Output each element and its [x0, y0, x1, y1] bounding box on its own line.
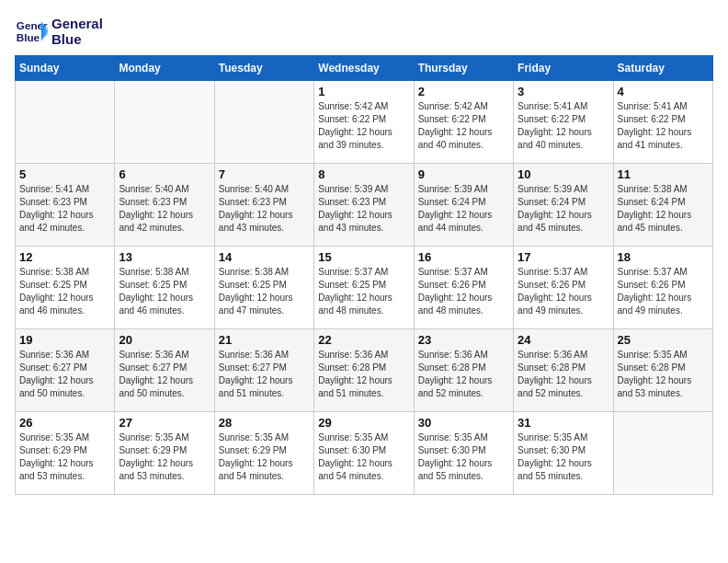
calendar-cell: 8Sunrise: 5:39 AM Sunset: 6:23 PM Daylig… — [314, 164, 414, 247]
day-number: 5 — [19, 167, 110, 181]
day-number: 27 — [119, 416, 210, 430]
day-info: Sunrise: 5:37 AM Sunset: 6:26 PM Dayligh… — [518, 266, 609, 317]
week-row-5: 26Sunrise: 5:35 AM Sunset: 6:29 PM Dayli… — [16, 412, 713, 495]
day-number: 17 — [518, 250, 609, 264]
day-number: 8 — [318, 167, 409, 181]
day-info: Sunrise: 5:41 AM Sunset: 6:22 PM Dayligh… — [518, 100, 609, 152]
day-info: Sunrise: 5:38 AM Sunset: 6:25 PM Dayligh… — [119, 266, 210, 317]
calendar-cell: 31Sunrise: 5:35 AM Sunset: 6:30 PM Dayli… — [514, 412, 613, 495]
day-info: Sunrise: 5:39 AM Sunset: 6:24 PM Dayligh… — [518, 183, 609, 235]
day-number: 13 — [119, 250, 210, 264]
header-cell-friday: Friday — [514, 56, 613, 81]
day-info: Sunrise: 5:35 AM Sunset: 6:30 PM Dayligh… — [418, 431, 509, 483]
day-number: 15 — [318, 250, 409, 264]
calendar-cell: 26Sunrise: 5:35 AM Sunset: 6:29 PM Dayli… — [16, 412, 115, 495]
calendar-cell: 15Sunrise: 5:37 AM Sunset: 6:25 PM Dayli… — [314, 247, 414, 329]
day-number: 6 — [119, 167, 210, 181]
calendar-cell: 30Sunrise: 5:35 AM Sunset: 6:30 PM Dayli… — [414, 412, 513, 495]
day-info: Sunrise: 5:41 AM Sunset: 6:23 PM Dayligh… — [19, 183, 110, 235]
header-cell-monday: Monday — [115, 56, 214, 81]
calendar-cell — [214, 81, 313, 164]
header-cell-wednesday: Wednesday — [314, 56, 414, 81]
calendar-cell: 18Sunrise: 5:37 AM Sunset: 6:26 PM Dayli… — [613, 247, 712, 329]
calendar-cell: 7Sunrise: 5:40 AM Sunset: 6:23 PM Daylig… — [214, 164, 313, 247]
week-row-3: 12Sunrise: 5:38 AM Sunset: 6:25 PM Dayli… — [16, 247, 713, 329]
calendar-cell: 22Sunrise: 5:36 AM Sunset: 6:28 PM Dayli… — [314, 329, 414, 412]
day-number: 19 — [19, 333, 110, 347]
day-info: Sunrise: 5:37 AM Sunset: 6:25 PM Dayligh… — [318, 266, 409, 317]
day-info: Sunrise: 5:37 AM Sunset: 6:26 PM Dayligh… — [618, 266, 709, 317]
calendar-cell — [613, 412, 712, 495]
day-info: Sunrise: 5:35 AM Sunset: 6:29 PM Dayligh… — [119, 431, 210, 483]
week-row-2: 5Sunrise: 5:41 AM Sunset: 6:23 PM Daylig… — [16, 164, 713, 247]
calendar-cell: 14Sunrise: 5:38 AM Sunset: 6:25 PM Dayli… — [214, 247, 313, 329]
calendar-cell: 21Sunrise: 5:36 AM Sunset: 6:27 PM Dayli… — [214, 329, 313, 412]
logo: General Blue General Blue — [15, 15, 103, 48]
day-number: 7 — [219, 167, 310, 181]
day-info: Sunrise: 5:36 AM Sunset: 6:27 PM Dayligh… — [219, 349, 310, 400]
day-info: Sunrise: 5:36 AM Sunset: 6:28 PM Dayligh… — [518, 349, 609, 400]
calendar-cell: 11Sunrise: 5:38 AM Sunset: 6:24 PM Dayli… — [613, 164, 712, 247]
day-number: 3 — [518, 85, 609, 98]
day-number: 10 — [518, 167, 609, 181]
day-info: Sunrise: 5:37 AM Sunset: 6:26 PM Dayligh… — [418, 266, 509, 317]
week-row-4: 19Sunrise: 5:36 AM Sunset: 6:27 PM Dayli… — [16, 329, 713, 412]
header-cell-sunday: Sunday — [16, 56, 115, 81]
day-number: 23 — [418, 333, 509, 347]
day-info: Sunrise: 5:41 AM Sunset: 6:22 PM Dayligh… — [618, 100, 709, 152]
calendar-cell: 16Sunrise: 5:37 AM Sunset: 6:26 PM Dayli… — [414, 247, 513, 329]
page-header: General Blue General Blue — [15, 15, 713, 48]
calendar-cell — [16, 81, 115, 164]
calendar-cell: 13Sunrise: 5:38 AM Sunset: 6:25 PM Dayli… — [115, 247, 214, 329]
day-number: 11 — [618, 167, 709, 181]
day-info: Sunrise: 5:35 AM Sunset: 6:28 PM Dayligh… — [618, 349, 709, 400]
header-row: SundayMondayTuesdayWednesdayThursdayFrid… — [16, 56, 713, 81]
day-number: 12 — [19, 250, 110, 264]
svg-text:Blue: Blue — [17, 31, 40, 43]
day-info: Sunrise: 5:39 AM Sunset: 6:23 PM Dayligh… — [318, 183, 409, 235]
day-info: Sunrise: 5:39 AM Sunset: 6:24 PM Dayligh… — [418, 183, 509, 235]
day-info: Sunrise: 5:40 AM Sunset: 6:23 PM Dayligh… — [219, 183, 310, 235]
calendar-cell: 10Sunrise: 5:39 AM Sunset: 6:24 PM Dayli… — [514, 164, 613, 247]
day-info: Sunrise: 5:40 AM Sunset: 6:23 PM Dayligh… — [119, 183, 210, 235]
week-row-1: 1Sunrise: 5:42 AM Sunset: 6:22 PM Daylig… — [16, 81, 713, 164]
day-number: 29 — [318, 416, 409, 430]
header-cell-thursday: Thursday — [414, 56, 513, 81]
calendar-header: SundayMondayTuesdayWednesdayThursdayFrid… — [16, 56, 713, 81]
calendar-cell: 1Sunrise: 5:42 AM Sunset: 6:22 PM Daylig… — [314, 81, 414, 164]
day-info: Sunrise: 5:36 AM Sunset: 6:28 PM Dayligh… — [418, 349, 509, 400]
day-info: Sunrise: 5:36 AM Sunset: 6:27 PM Dayligh… — [119, 349, 210, 400]
day-info: Sunrise: 5:38 AM Sunset: 6:25 PM Dayligh… — [219, 266, 310, 317]
day-number: 28 — [219, 416, 310, 430]
calendar-cell: 23Sunrise: 5:36 AM Sunset: 6:28 PM Dayli… — [414, 329, 513, 412]
header-cell-tuesday: Tuesday — [214, 56, 313, 81]
calendar-cell: 29Sunrise: 5:35 AM Sunset: 6:30 PM Dayli… — [314, 412, 414, 495]
calendar-cell: 19Sunrise: 5:36 AM Sunset: 6:27 PM Dayli… — [16, 329, 115, 412]
day-info: Sunrise: 5:36 AM Sunset: 6:27 PM Dayligh… — [19, 349, 110, 400]
day-info: Sunrise: 5:35 AM Sunset: 6:30 PM Dayligh… — [318, 431, 409, 483]
calendar-cell: 25Sunrise: 5:35 AM Sunset: 6:28 PM Dayli… — [613, 329, 712, 412]
logo-icon: General Blue — [15, 15, 48, 48]
day-number: 31 — [518, 416, 609, 430]
calendar-cell: 5Sunrise: 5:41 AM Sunset: 6:23 PM Daylig… — [16, 164, 115, 247]
day-number: 26 — [19, 416, 110, 430]
day-info: Sunrise: 5:35 AM Sunset: 6:30 PM Dayligh… — [518, 431, 609, 483]
day-number: 16 — [418, 250, 509, 264]
calendar-cell — [115, 81, 214, 164]
calendar-table: SundayMondayTuesdayWednesdayThursdayFrid… — [15, 55, 713, 495]
day-number: 18 — [618, 250, 709, 264]
day-info: Sunrise: 5:38 AM Sunset: 6:25 PM Dayligh… — [19, 266, 110, 317]
calendar-cell: 4Sunrise: 5:41 AM Sunset: 6:22 PM Daylig… — [613, 81, 712, 164]
day-number: 1 — [318, 85, 409, 98]
calendar-cell: 28Sunrise: 5:35 AM Sunset: 6:29 PM Dayli… — [214, 412, 313, 495]
day-info: Sunrise: 5:36 AM Sunset: 6:28 PM Dayligh… — [318, 349, 409, 400]
calendar-cell: 9Sunrise: 5:39 AM Sunset: 6:24 PM Daylig… — [414, 164, 513, 247]
day-number: 24 — [518, 333, 609, 347]
day-number: 30 — [418, 416, 509, 430]
calendar-cell: 3Sunrise: 5:41 AM Sunset: 6:22 PM Daylig… — [514, 81, 613, 164]
day-number: 14 — [219, 250, 310, 264]
day-info: Sunrise: 5:42 AM Sunset: 6:22 PM Dayligh… — [318, 100, 409, 152]
logo-text-blue: Blue — [51, 31, 103, 47]
day-number: 22 — [318, 333, 409, 347]
calendar-cell: 6Sunrise: 5:40 AM Sunset: 6:23 PM Daylig… — [115, 164, 214, 247]
